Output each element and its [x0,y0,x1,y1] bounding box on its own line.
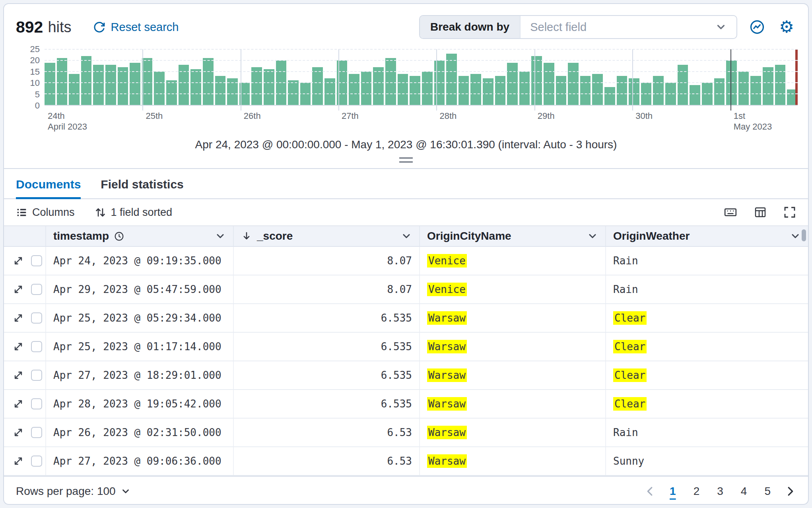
histogram-bar[interactable] [398,74,408,105]
chevron-down-icon[interactable] [790,231,801,242]
histogram-bar[interactable] [361,72,372,105]
histogram-bar[interactable] [763,67,773,105]
cell-origin-weather[interactable]: Clear [606,304,808,332]
header-origin-city[interactable]: OriginCityName [420,226,606,246]
histogram-bar[interactable] [349,74,359,105]
pagination-page-2[interactable]: 2 [690,485,704,498]
histogram-bar[interactable] [69,74,80,105]
cell-score[interactable]: 6.53 [234,447,420,475]
histogram-bar[interactable] [154,72,165,105]
cell-origin-city[interactable]: Warsaw [420,361,606,389]
cell-origin-city[interactable]: Warsaw [420,390,606,418]
reset-search-button[interactable]: Reset search [93,21,179,34]
row-checkbox[interactable] [31,312,42,324]
histogram-bar[interactable] [519,72,530,105]
chevron-down-icon[interactable] [215,231,226,242]
pagination-page-3[interactable]: 3 [713,485,727,498]
cell-origin-city[interactable]: Warsaw [420,419,606,446]
histogram-bar[interactable] [556,76,567,105]
expand-row-icon[interactable] [13,370,24,381]
histogram-bar[interactable] [215,76,226,105]
display-options-icon[interactable] [754,206,767,219]
histogram-bar[interactable] [690,85,700,105]
pagination-page-5[interactable]: 5 [760,485,775,498]
cell-score[interactable]: 6.535 [234,333,420,361]
row-checkbox[interactable] [31,398,42,409]
expand-row-icon[interactable] [13,398,24,409]
histogram-bar[interactable] [653,76,664,105]
expand-row-icon[interactable] [13,312,24,324]
chart-options-button[interactable]: ⚙ [777,17,796,37]
cell-timestamp[interactable]: Apr 27, 2023 @ 18:29:01.000 [46,361,234,389]
histogram-bar[interactable] [312,67,323,105]
previous-page-icon[interactable] [644,485,656,497]
histogram-bar[interactable] [507,63,518,105]
histogram-bar[interactable] [264,69,274,105]
histogram-bar[interactable] [495,76,506,105]
histogram-bar[interactable] [203,58,214,105]
cell-origin-city[interactable]: Venice [420,275,606,303]
row-checkbox[interactable] [31,284,42,295]
expand-row-icon[interactable] [13,427,24,438]
row-checkbox[interactable] [31,456,42,467]
histogram-bar[interactable] [592,74,603,105]
cell-score[interactable]: 6.535 [234,390,420,418]
cell-origin-weather[interactable]: Clear [606,333,808,361]
keyboard-shortcuts-icon[interactable] [724,206,737,219]
rows-per-page-button[interactable]: Rows per page: 100 [16,485,131,498]
chevron-down-icon[interactable] [401,231,412,242]
histogram-bar[interactable] [190,69,201,105]
next-page-icon[interactable] [784,485,796,497]
cell-score[interactable]: 6.535 [234,361,420,389]
expand-row-icon[interactable] [13,284,24,295]
histogram-bar[interactable] [738,72,749,105]
histogram-bar[interactable] [166,80,177,105]
expand-row-icon[interactable] [13,456,24,467]
histogram-bar[interactable] [750,76,761,105]
histogram-bar[interactable] [385,58,396,105]
histogram-bar[interactable] [45,63,55,105]
pagination-page-1[interactable]: 1 [666,485,680,498]
histogram-bar[interactable] [422,72,433,105]
cell-origin-weather[interactable]: Rain [606,419,808,446]
histogram-bar[interactable] [410,76,420,105]
cell-score[interactable]: 8.07 [234,247,420,275]
cell-origin-weather[interactable]: Rain [606,247,808,275]
row-checkbox[interactable] [31,427,42,438]
tab-documents[interactable]: Documents [16,178,81,198]
cell-origin-weather[interactable]: Clear [606,390,808,418]
cell-timestamp[interactable]: Apr 28, 2023 @ 19:05:42.000 [46,390,234,418]
chevron-down-icon[interactable] [587,231,598,242]
histogram-bar[interactable] [57,58,68,105]
histogram-bar[interactable] [142,58,153,105]
histogram-bar[interactable] [81,56,92,105]
tab-field-statistics[interactable]: Field statistics [101,178,183,198]
cell-timestamp[interactable]: Apr 24, 2023 @ 09:19:35.000 [46,247,234,275]
histogram-bar[interactable] [580,76,591,105]
header-timestamp[interactable]: timestamp [46,226,234,246]
resize-handle[interactable] [399,157,413,163]
histogram-bar[interactable] [118,67,128,105]
columns-button[interactable]: Columns [16,206,75,219]
scrollbar-thumb[interactable] [802,229,806,241]
histogram-bar[interactable] [568,63,579,105]
histogram-bar[interactable] [130,63,140,105]
expand-row-icon[interactable] [13,255,24,266]
histogram-bar[interactable] [373,67,384,105]
histogram-bar[interactable] [251,67,262,105]
cell-score[interactable]: 6.53 [234,419,420,446]
cell-origin-city[interactable]: Venice [420,247,606,275]
cell-origin-city[interactable]: Warsaw [420,447,606,475]
sort-fields-button[interactable]: 1 field sorted [95,206,173,219]
cell-score[interactable]: 8.07 [234,275,420,303]
histogram-bar[interactable] [531,56,542,105]
histogram-bar[interactable] [458,76,469,105]
pagination-page-4[interactable]: 4 [737,485,751,498]
expand-row-icon[interactable] [13,341,24,352]
histogram-bar[interactable] [288,80,299,105]
histogram-bar[interactable] [604,87,615,105]
row-checkbox[interactable] [31,255,42,266]
fullscreen-icon[interactable] [783,206,796,219]
cell-origin-city[interactable]: Warsaw [420,304,606,332]
cell-timestamp[interactable]: Apr 27, 2023 @ 09:06:36.000 [46,447,234,475]
